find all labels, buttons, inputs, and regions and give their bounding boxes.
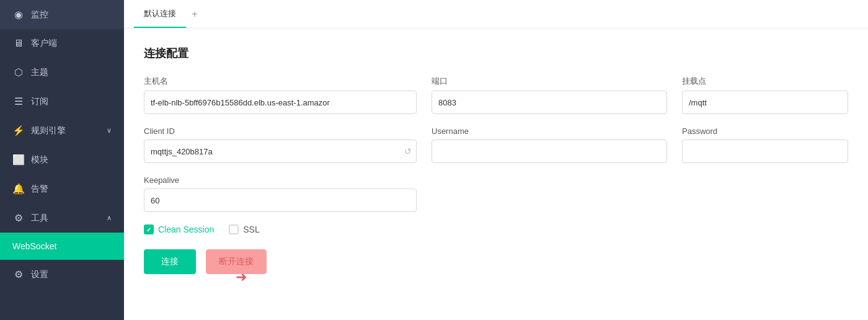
sidebar-item-label: 客户端 <box>31 38 57 49</box>
sidebar-item-label: 监控 <box>31 9 48 20</box>
keepalive-label: Keepalive <box>144 176 417 185</box>
form-row-2: Client ID ↺ Username Password <box>144 127 848 163</box>
ssl-checkbox[interactable]: SSL <box>229 224 259 234</box>
arrow-indicator: ➜ <box>236 269 247 285</box>
username-input[interactable] <box>432 140 667 163</box>
username-label: Username <box>432 127 667 136</box>
password-label: Password <box>682 127 848 136</box>
sidebar-item-subscribe[interactable]: ☰ 订阅 <box>0 87 124 116</box>
sidebar-item-label: 规则引擎 <box>31 125 66 136</box>
sidebar-item-rules[interactable]: ⚡ 规则引擎 ∨ <box>0 116 124 145</box>
sidebar-item-alerts[interactable]: 🔔 告警 <box>0 174 124 203</box>
clear-icon[interactable]: ↺ <box>404 146 412 156</box>
form-row-1: 主机名 端口 挂载点 <box>144 76 848 114</box>
main-content: 默认连接 + 连接配置 主机名 端口 挂载点 Client ID <box>124 0 868 320</box>
clientid-label: Client ID <box>144 127 417 136</box>
keepalive-input[interactable] <box>144 189 417 212</box>
keepalive-group: Keepalive <box>144 176 417 212</box>
host-group: 主机名 <box>144 76 417 114</box>
clean-session-checkbox[interactable]: ✓ Clean Session <box>144 224 214 234</box>
sidebar-item-label: 告警 <box>31 184 48 195</box>
tab-bar: 默认连接 + <box>124 0 868 29</box>
check-mark: ✓ <box>146 226 151 233</box>
sidebar-item-settings[interactable]: ⚙ 设置 <box>0 260 124 289</box>
host-input[interactable] <box>144 91 417 114</box>
sidebar-item-websocket[interactable]: WebSocket <box>0 233 124 260</box>
ssl-label: SSL <box>243 224 259 234</box>
clientid-group: Client ID ↺ <box>144 127 417 163</box>
tab-label: 默认连接 <box>144 8 176 19</box>
monitor-icon: ◉ <box>12 9 25 20</box>
sidebar-item-modules[interactable]: ⬜ 模块 <box>0 145 124 174</box>
clean-session-checkbox-box: ✓ <box>144 224 154 234</box>
subscribe-icon: ☰ <box>12 96 25 107</box>
button-row: 连接 断开连接 ➜ <box>144 249 848 274</box>
sidebar-item-monitor[interactable]: ◉ 监控 <box>0 0 124 29</box>
password-group: Password <box>682 127 848 163</box>
mount-input[interactable] <box>682 91 848 114</box>
tab-add-button[interactable]: + <box>186 6 203 23</box>
sidebar-item-topic[interactable]: ⬡ 主题 <box>0 58 124 87</box>
alerts-icon: 🔔 <box>12 183 25 195</box>
password-input[interactable] <box>682 140 848 163</box>
sidebar-item-tools[interactable]: ⚙ 工具 ∧ <box>0 203 124 233</box>
content-area: 连接配置 主机名 端口 挂载点 Client ID ↺ <box>124 29 868 320</box>
ssl-checkbox-box <box>229 224 239 234</box>
mount-label: 挂载点 <box>682 76 848 87</box>
port-label: 端口 <box>432 76 667 87</box>
section-title: 连接配置 <box>144 46 848 61</box>
mount-group: 挂载点 <box>682 76 848 114</box>
form-row-3: Keepalive <box>144 176 848 212</box>
settings-icon: ⚙ <box>12 269 25 280</box>
port-input[interactable] <box>432 91 667 114</box>
sidebar-item-label: 主题 <box>31 67 48 78</box>
clientid-input[interactable] <box>144 140 417 163</box>
connect-button[interactable]: 连接 <box>144 249 196 274</box>
sidebar-item-label: 设置 <box>31 269 48 280</box>
chevron-up-icon: ∧ <box>107 214 112 222</box>
rules-icon: ⚡ <box>12 125 25 136</box>
clean-session-label: Clean Session <box>158 224 214 234</box>
sidebar-item-client[interactable]: 🖥 客户端 <box>0 29 124 58</box>
host-label: 主机名 <box>144 76 417 87</box>
sidebar-item-label: 订阅 <box>31 96 48 107</box>
username-group: Username <box>432 127 667 163</box>
checkbox-row: ✓ Clean Session SSL <box>144 224 848 234</box>
tab-default-conn[interactable]: 默认连接 <box>134 0 186 28</box>
chevron-down-icon: ∨ <box>107 127 112 135</box>
topic-icon: ⬡ <box>12 66 25 78</box>
clientid-input-wrapper: ↺ <box>144 140 417 163</box>
port-group: 端口 <box>432 76 667 114</box>
websocket-label: WebSocket <box>12 241 56 251</box>
sidebar-item-label: 模块 <box>31 154 48 166</box>
sidebar-item-label: 工具 <box>31 213 48 224</box>
client-icon: 🖥 <box>12 38 25 49</box>
modules-icon: ⬜ <box>12 154 25 166</box>
sidebar: ◉ 监控 🖥 客户端 ⬡ 主题 ☰ 订阅 ⚡ 规则引擎 ∨ ⬜ 模块 🔔 告警 … <box>0 0 124 320</box>
tools-icon: ⚙ <box>12 212 25 224</box>
